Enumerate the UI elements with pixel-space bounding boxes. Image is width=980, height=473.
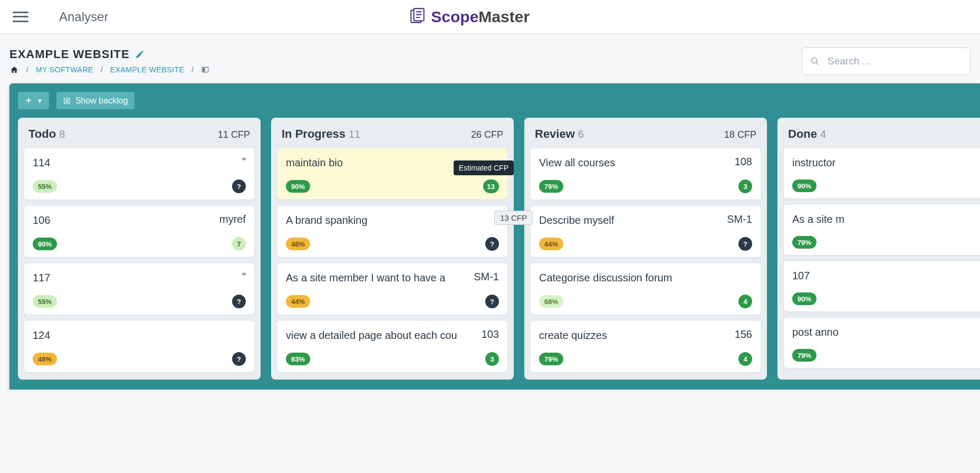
card-footer: 79%3 xyxy=(539,179,752,193)
card-footer: 68%4 xyxy=(539,295,752,308)
search-wrap xyxy=(802,48,971,75)
card[interactable]: create quizzes15679%4 xyxy=(531,321,761,372)
card-ref: SM-1 xyxy=(474,271,499,283)
columns: Todo811 CFP114"55%?106myref90%7117"55%?1… xyxy=(18,118,980,380)
plus-icon: ＋ xyxy=(24,95,33,106)
card-title: maintain bio xyxy=(286,156,343,170)
quality-percent-badge: 83% xyxy=(286,353,310,365)
search-icon xyxy=(810,56,820,66)
quality-percent-badge: 55% xyxy=(33,295,57,308)
card[interactable]: 12448%? xyxy=(24,321,254,372)
quality-percent-badge: 90% xyxy=(792,179,816,192)
list-icon xyxy=(63,97,71,105)
cfp-badge[interactable]: 4 xyxy=(738,295,752,308)
board-toolbar: ＋ ▼ Show backlog xyxy=(18,92,980,109)
unknown-cfp-badge[interactable]: ? xyxy=(232,295,246,308)
card-title: As a site member I want to have a xyxy=(286,271,445,285)
card-footer: 44%? xyxy=(539,237,752,251)
home-icon[interactable] xyxy=(9,65,19,74)
card[interactable]: View all courses10879%3 xyxy=(531,148,761,200)
svg-rect-6 xyxy=(203,68,205,72)
column-count: 4 xyxy=(820,128,826,140)
add-button[interactable]: ＋ ▼ xyxy=(18,92,49,109)
logo-icon xyxy=(409,8,427,26)
card-ref: 156 xyxy=(735,328,752,340)
card[interactable]: Categorise discussion forum68%4 xyxy=(531,263,761,315)
cfp-badge[interactable]: 7 xyxy=(232,237,246,251)
unknown-cfp-badge[interactable]: ? xyxy=(485,295,499,308)
card-footer: 55%? xyxy=(33,179,246,193)
quality-percent-badge: 48% xyxy=(286,238,310,250)
quality-percent-badge: 90% xyxy=(286,180,310,193)
cfp-badge[interactable]: 3 xyxy=(485,352,499,366)
card[interactable]: 117"55%? xyxy=(24,263,254,315)
card[interactable]: view a detailed page about each cou10383… xyxy=(277,321,507,372)
card-title: As a site m xyxy=(792,212,844,226)
quality-percent-badge: 68% xyxy=(539,295,563,308)
card[interactable]: As a site m79% xyxy=(784,205,980,255)
card-title: 106 xyxy=(33,213,50,228)
logo-text: ScopeMaster xyxy=(431,8,530,26)
card-ref: SM-1 xyxy=(727,213,752,225)
logo[interactable]: ScopeMaster xyxy=(409,8,530,26)
column-done: Done4instructor90%As a site m79%10790%po… xyxy=(777,118,980,380)
unknown-cfp-badge[interactable]: ? xyxy=(485,237,499,251)
card-footer: 48%? xyxy=(286,237,499,251)
topbar: Analyser ScopeMaster xyxy=(0,0,980,34)
unknown-cfp-badge[interactable]: ? xyxy=(232,179,246,193)
card[interactable]: 10790% xyxy=(784,261,980,311)
show-backlog-button[interactable]: Show backlog xyxy=(56,92,134,109)
breadcrumb-my-software[interactable]: MY SOFTWARE xyxy=(36,65,93,74)
card[interactable]: 106myref90%7 xyxy=(24,206,254,257)
card[interactable]: A brand spanking48%? xyxy=(277,206,507,257)
card-ref: " xyxy=(242,156,246,168)
card-footer: 90% xyxy=(792,292,980,305)
column-todo: Todo811 CFP114"55%?106myref90%7117"55%?1… xyxy=(18,118,261,380)
card-title: create quizzes xyxy=(539,328,607,343)
card[interactable]: Describe myselfSM-144%? xyxy=(531,206,761,257)
unknown-cfp-badge[interactable]: ? xyxy=(232,352,246,366)
column-title: Review xyxy=(535,127,575,140)
card-footer: 90% xyxy=(792,179,980,192)
column-title: Done xyxy=(788,127,817,140)
card[interactable]: instructor90% xyxy=(784,148,980,198)
cfp-badge[interactable]: 3 xyxy=(738,179,752,193)
card[interactable]: maintain bio90%13Estimated CFP xyxy=(277,148,507,200)
quality-percent-badge: 44% xyxy=(286,295,310,308)
menu-icon[interactable] xyxy=(13,12,28,22)
card[interactable]: As a site member I want to have aSM-144%… xyxy=(277,263,507,315)
column-count: 6 xyxy=(578,128,584,140)
card-title: Categorise discussion forum xyxy=(539,271,672,285)
column-count: 8 xyxy=(59,128,65,140)
card-title: View all courses xyxy=(539,156,615,170)
card-title: 117 xyxy=(33,271,50,285)
svg-point-7 xyxy=(811,58,817,63)
card[interactable]: post anno79% xyxy=(784,318,980,368)
card-title: 107 xyxy=(792,269,810,283)
page-title: EXAMPLE WEBSITE xyxy=(9,48,209,61)
unknown-cfp-badge[interactable]: ? xyxy=(738,237,752,251)
quality-percent-badge: 90% xyxy=(792,292,816,305)
edit-icon[interactable] xyxy=(135,50,145,59)
card-title: instructor xyxy=(792,156,835,170)
column-header: In Progress1126 CFP xyxy=(277,125,507,142)
quality-percent-badge: 79% xyxy=(539,353,563,365)
column-count: 11 xyxy=(349,128,360,140)
card-title: post anno xyxy=(792,325,839,339)
column-header: Done4 xyxy=(784,125,980,142)
board: ＋ ▼ Show backlog Todo811 CFP114"55%?106m… xyxy=(9,83,980,390)
card-title: 114 xyxy=(33,156,50,170)
app-name: Analyser xyxy=(59,10,108,24)
page-title-text: EXAMPLE WEBSITE xyxy=(9,48,130,61)
column-title: In Progress xyxy=(282,127,345,140)
card[interactable]: 114"55%? xyxy=(24,148,254,200)
cfp-badge[interactable]: 13 xyxy=(483,179,499,193)
card-ref: " xyxy=(242,271,246,283)
breadcrumb-example-website[interactable]: EXAMPLE WEBSITE xyxy=(110,65,185,74)
search-input[interactable] xyxy=(802,48,971,75)
column-in-progress: In Progress1126 CFPmaintain bio90%13Esti… xyxy=(271,118,514,380)
quality-percent-badge: 79% xyxy=(792,349,816,362)
board-view-icon[interactable] xyxy=(201,66,209,73)
cfp-badge[interactable]: 4 xyxy=(738,352,752,366)
subheader: EXAMPLE WEBSITE / MY SOFTWARE / EXAMPLE … xyxy=(0,34,980,80)
